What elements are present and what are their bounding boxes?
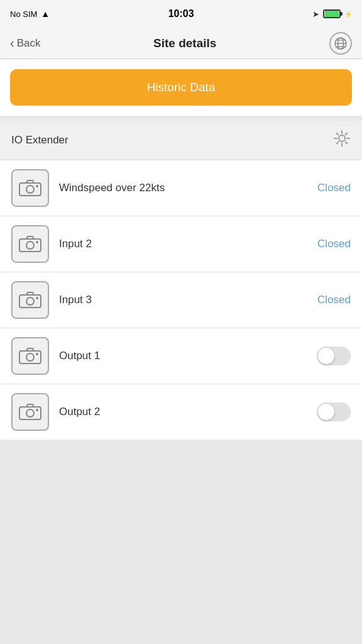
gear-svg xyxy=(333,130,351,147)
toggle-knob-output1 xyxy=(318,348,334,364)
io-row-input2[interactable]: Input 2 Closed xyxy=(0,216,362,272)
svg-point-16 xyxy=(36,185,38,187)
io-label-input3: Input 3 xyxy=(59,294,317,306)
settings-icon[interactable] xyxy=(333,130,351,151)
camera-icon-output1 xyxy=(11,337,49,375)
io-row-output2: Output 2 xyxy=(0,384,362,440)
svg-line-10 xyxy=(337,133,339,135)
nav-bar: ‹ Back Site details xyxy=(0,28,362,59)
camera-svg xyxy=(19,235,41,253)
camera-svg xyxy=(19,179,41,197)
status-right: ➤ ⚡ xyxy=(312,9,352,19)
page-title: Site details xyxy=(153,36,216,50)
back-button[interactable]: ‹ Back xyxy=(10,36,40,50)
svg-point-24 xyxy=(26,353,34,361)
globe-icon xyxy=(334,36,348,50)
camera-svg xyxy=(19,347,41,365)
io-label-windspeed: Windspeed over 22kts xyxy=(59,182,317,194)
back-label: Back xyxy=(17,37,41,50)
status-left: No SIM ▲ xyxy=(10,9,50,19)
location-icon: ➤ xyxy=(312,9,319,19)
toggle-knob-output2 xyxy=(318,404,334,420)
historic-data-button[interactable]: Historic Data xyxy=(10,69,352,106)
battery-icon xyxy=(323,9,341,18)
svg-point-27 xyxy=(26,409,34,417)
button-section: Historic Data xyxy=(0,59,362,116)
toggle-output1[interactable] xyxy=(317,347,351,365)
io-extender-section: IO Extender xyxy=(0,121,362,440)
io-row-output1: Output 1 xyxy=(0,328,362,384)
camera-icon-input3 xyxy=(11,281,49,319)
wifi-icon: ▲ xyxy=(41,9,50,19)
io-label-output2: Output 2 xyxy=(59,406,317,418)
back-arrow-icon: ‹ xyxy=(10,36,14,50)
svg-line-11 xyxy=(346,142,348,144)
io-status-input3: Closed xyxy=(317,294,351,306)
globe-button[interactable] xyxy=(329,32,352,55)
lightning-icon: ⚡ xyxy=(344,11,352,18)
io-extender-title: IO Extender xyxy=(11,134,69,147)
camera-icon-input2 xyxy=(11,225,49,263)
io-extender-header: IO Extender xyxy=(0,121,362,160)
status-time: 10:03 xyxy=(168,8,194,19)
svg-point-25 xyxy=(36,353,38,355)
svg-point-15 xyxy=(26,186,34,193)
svg-point-19 xyxy=(36,241,38,243)
camera-svg xyxy=(19,403,41,421)
svg-point-21 xyxy=(26,297,34,305)
camera-icon-windspeed xyxy=(11,169,49,207)
svg-point-5 xyxy=(339,135,345,142)
io-label-output1: Output 1 xyxy=(59,350,317,362)
camera-svg xyxy=(19,291,41,309)
svg-line-12 xyxy=(346,133,348,135)
svg-point-22 xyxy=(36,297,38,299)
toggle-output2[interactable] xyxy=(317,402,351,421)
main-content: Historic Data IO Extender xyxy=(0,59,362,440)
io-status-windspeed: Closed xyxy=(317,182,351,194)
svg-point-18 xyxy=(26,242,34,249)
status-bar: No SIM ▲ 10:03 ➤ ⚡ xyxy=(0,0,362,28)
io-status-input2: Closed xyxy=(317,238,351,250)
io-label-input2: Input 2 xyxy=(59,238,317,250)
carrier-label: No SIM xyxy=(10,9,37,19)
io-row-input3[interactable]: Input 3 Closed xyxy=(0,272,362,328)
io-row-windspeed[interactable]: Windspeed over 22kts Closed xyxy=(0,160,362,216)
svg-line-13 xyxy=(337,142,339,144)
camera-icon-output2 xyxy=(11,393,49,431)
svg-point-28 xyxy=(36,409,38,411)
